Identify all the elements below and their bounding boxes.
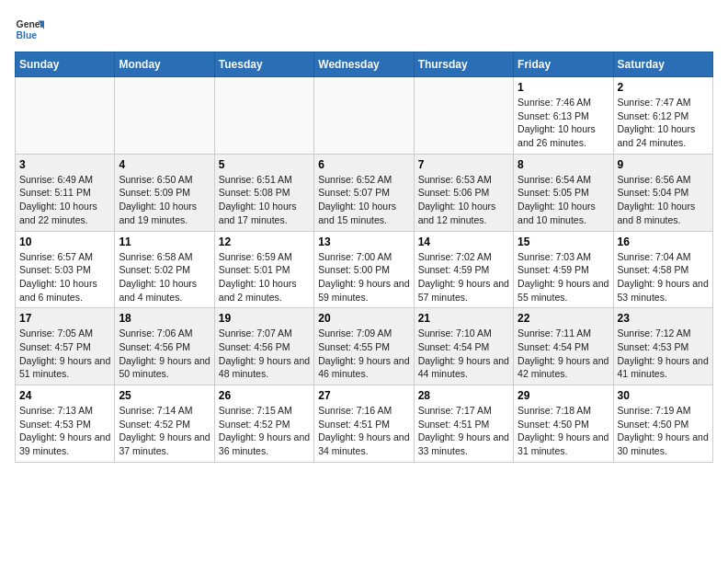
calendar-cell: 21Sunrise: 7:10 AMSunset: 4:54 PMDayligh… [414, 308, 513, 385]
calendar-cell: 2Sunrise: 7:47 AMSunset: 6:12 PMDaylight… [613, 77, 712, 155]
day-info: Sunrise: 7:19 AMSunset: 4:50 PMDaylight:… [618, 404, 709, 458]
day-info: Sunrise: 7:16 AMSunset: 4:51 PMDaylight:… [318, 404, 409, 458]
calendar-cell: 4Sunrise: 6:50 AMSunset: 5:09 PMDaylight… [115, 154, 214, 231]
calendar-week-row: 24Sunrise: 7:13 AMSunset: 4:53 PMDayligh… [16, 385, 713, 463]
day-info: Sunrise: 6:59 AMSunset: 5:01 PMDaylight:… [219, 250, 310, 304]
calendar-cell [314, 77, 414, 155]
calendar-week-row: 1Sunrise: 7:46 AMSunset: 6:13 PMDaylight… [16, 77, 713, 155]
day-info: Sunrise: 7:06 AMSunset: 4:56 PMDaylight:… [119, 327, 210, 381]
day-number: 18 [119, 312, 210, 325]
calendar-cell [214, 77, 313, 155]
weekday-header-friday: Friday [514, 52, 613, 77]
day-info: Sunrise: 7:18 AMSunset: 4:50 PMDaylight:… [518, 404, 609, 458]
logo: General Blue [15, 15, 44, 44]
day-info: Sunrise: 7:00 AMSunset: 5:00 PMDaylight:… [318, 250, 409, 304]
day-number: 19 [219, 312, 310, 325]
weekday-header-row: SundayMondayTuesdayWednesdayThursdayFrid… [16, 52, 713, 77]
day-number: 23 [618, 312, 709, 325]
calendar-cell: 1Sunrise: 7:46 AMSunset: 6:13 PMDaylight… [514, 77, 613, 155]
calendar-cell: 15Sunrise: 7:03 AMSunset: 4:59 PMDayligh… [514, 231, 613, 308]
day-info: Sunrise: 6:56 AMSunset: 5:04 PMDaylight:… [618, 173, 709, 227]
day-number: 22 [518, 312, 609, 325]
day-info: Sunrise: 7:03 AMSunset: 4:59 PMDaylight:… [518, 250, 609, 304]
calendar-cell: 19Sunrise: 7:07 AMSunset: 4:56 PMDayligh… [214, 308, 313, 385]
weekday-header-sunday: Sunday [16, 52, 115, 77]
weekday-header-tuesday: Tuesday [214, 52, 313, 77]
day-number: 1 [518, 81, 609, 94]
calendar-cell: 14Sunrise: 7:02 AMSunset: 4:59 PMDayligh… [414, 231, 513, 308]
day-number: 15 [518, 236, 609, 248]
calendar-cell: 6Sunrise: 6:52 AMSunset: 5:07 PMDaylight… [314, 154, 414, 231]
day-number: 29 [518, 389, 609, 402]
calendar-cell: 12Sunrise: 6:59 AMSunset: 5:01 PMDayligh… [214, 231, 313, 308]
calendar-cell: 18Sunrise: 7:06 AMSunset: 4:56 PMDayligh… [115, 308, 214, 385]
day-number: 30 [618, 389, 709, 402]
calendar-cell [414, 77, 513, 155]
day-number: 11 [119, 236, 210, 248]
calendar-cell: 13Sunrise: 7:00 AMSunset: 5:00 PMDayligh… [314, 231, 414, 308]
day-number: 26 [219, 389, 310, 402]
day-number: 12 [219, 236, 310, 248]
day-info: Sunrise: 7:05 AMSunset: 4:57 PMDaylight:… [19, 327, 110, 381]
calendar-cell: 8Sunrise: 6:54 AMSunset: 5:05 PMDaylight… [514, 154, 613, 231]
day-number: 14 [418, 236, 509, 248]
calendar-cell: 9Sunrise: 6:56 AMSunset: 5:04 PMDaylight… [613, 154, 712, 231]
day-info: Sunrise: 7:11 AMSunset: 4:54 PMDaylight:… [518, 327, 609, 381]
calendar-cell: 22Sunrise: 7:11 AMSunset: 4:54 PMDayligh… [514, 308, 613, 385]
calendar-week-row: 17Sunrise: 7:05 AMSunset: 4:57 PMDayligh… [16, 308, 713, 385]
day-info: Sunrise: 6:49 AMSunset: 5:11 PMDaylight:… [19, 173, 110, 227]
calendar-cell [16, 77, 115, 155]
day-info: Sunrise: 7:12 AMSunset: 4:53 PMDaylight:… [618, 327, 709, 381]
day-number: 27 [318, 389, 409, 402]
day-number: 6 [318, 158, 409, 171]
day-number: 28 [418, 389, 509, 402]
day-info: Sunrise: 7:17 AMSunset: 4:51 PMDaylight:… [418, 404, 509, 458]
calendar-cell: 27Sunrise: 7:16 AMSunset: 4:51 PMDayligh… [314, 385, 414, 463]
calendar-cell: 24Sunrise: 7:13 AMSunset: 4:53 PMDayligh… [16, 385, 115, 463]
day-info: Sunrise: 6:51 AMSunset: 5:08 PMDaylight:… [219, 173, 310, 227]
calendar-cell: 7Sunrise: 6:53 AMSunset: 5:06 PMDaylight… [414, 154, 513, 231]
day-number: 2 [618, 81, 709, 94]
day-number: 9 [618, 158, 709, 171]
weekday-header-monday: Monday [115, 52, 214, 77]
calendar-cell: 16Sunrise: 7:04 AMSunset: 4:58 PMDayligh… [613, 231, 712, 308]
calendar-cell: 10Sunrise: 6:57 AMSunset: 5:03 PMDayligh… [16, 231, 115, 308]
weekday-header-thursday: Thursday [414, 52, 513, 77]
day-number: 4 [119, 158, 210, 171]
page-header: General Blue [15, 15, 713, 44]
calendar-cell: 23Sunrise: 7:12 AMSunset: 4:53 PMDayligh… [613, 308, 712, 385]
day-number: 24 [19, 389, 110, 402]
calendar-cell: 28Sunrise: 7:17 AMSunset: 4:51 PMDayligh… [414, 385, 513, 463]
calendar-cell: 5Sunrise: 6:51 AMSunset: 5:08 PMDaylight… [214, 154, 313, 231]
day-info: Sunrise: 6:53 AMSunset: 5:06 PMDaylight:… [418, 173, 509, 227]
day-info: Sunrise: 7:13 AMSunset: 4:53 PMDaylight:… [19, 404, 110, 458]
day-info: Sunrise: 7:47 AMSunset: 6:12 PMDaylight:… [618, 96, 709, 150]
calendar-cell: 17Sunrise: 7:05 AMSunset: 4:57 PMDayligh… [16, 308, 115, 385]
calendar-cell: 3Sunrise: 6:49 AMSunset: 5:11 PMDaylight… [16, 154, 115, 231]
day-number: 21 [418, 312, 509, 325]
day-info: Sunrise: 7:09 AMSunset: 4:55 PMDaylight:… [318, 327, 409, 381]
day-number: 20 [318, 312, 409, 325]
calendar-cell: 25Sunrise: 7:14 AMSunset: 4:52 PMDayligh… [115, 385, 214, 463]
day-number: 7 [418, 158, 509, 171]
calendar-cell: 26Sunrise: 7:15 AMSunset: 4:52 PMDayligh… [214, 385, 313, 463]
calendar-cell: 11Sunrise: 6:58 AMSunset: 5:02 PMDayligh… [115, 231, 214, 308]
day-number: 13 [318, 236, 409, 248]
day-info: Sunrise: 7:02 AMSunset: 4:59 PMDaylight:… [418, 250, 509, 304]
day-number: 17 [19, 312, 110, 325]
day-info: Sunrise: 7:15 AMSunset: 4:52 PMDaylight:… [219, 404, 310, 458]
calendar-table: SundayMondayTuesdayWednesdayThursdayFrid… [15, 52, 713, 463]
day-info: Sunrise: 6:57 AMSunset: 5:03 PMDaylight:… [19, 250, 110, 304]
calendar-cell [115, 77, 214, 155]
day-number: 3 [19, 158, 110, 171]
day-info: Sunrise: 6:54 AMSunset: 5:05 PMDaylight:… [518, 173, 609, 227]
calendar-week-row: 10Sunrise: 6:57 AMSunset: 5:03 PMDayligh… [16, 231, 713, 308]
calendar-cell: 30Sunrise: 7:19 AMSunset: 4:50 PMDayligh… [613, 385, 712, 463]
day-info: Sunrise: 6:52 AMSunset: 5:07 PMDaylight:… [318, 173, 409, 227]
day-number: 16 [618, 236, 709, 248]
calendar-week-row: 3Sunrise: 6:49 AMSunset: 5:11 PMDaylight… [16, 154, 713, 231]
day-number: 10 [19, 236, 110, 248]
calendar-cell: 29Sunrise: 7:18 AMSunset: 4:50 PMDayligh… [514, 385, 613, 463]
day-info: Sunrise: 6:58 AMSunset: 5:02 PMDaylight:… [119, 250, 210, 304]
day-number: 5 [219, 158, 310, 171]
